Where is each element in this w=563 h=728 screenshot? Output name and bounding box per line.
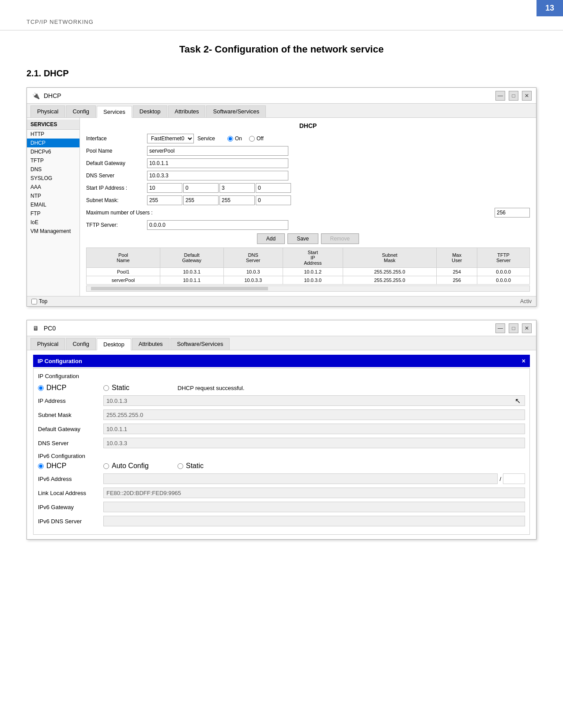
- service-http[interactable]: HTTP: [27, 130, 79, 139]
- link-local-input[interactable]: [103, 488, 525, 498]
- default-gateway-input[interactable]: [147, 158, 288, 168]
- tftp-server-input[interactable]: [147, 220, 288, 230]
- dhcp-maximize-button[interactable]: □: [509, 91, 518, 101]
- tab-software-services[interactable]: Software/Services: [206, 105, 266, 117]
- ipv6-autoconfig-label: Auto Config: [112, 462, 149, 470]
- service-on-input[interactable]: [227, 136, 233, 142]
- tab-physical[interactable]: Physical: [30, 105, 65, 117]
- start-ip-octet4[interactable]: [256, 183, 291, 193]
- ipv6-dhcp-radio[interactable]: DHCP: [38, 462, 100, 470]
- service-aaa[interactable]: AAA: [27, 183, 79, 191]
- service-dhcpv6[interactable]: DHCPv6: [27, 147, 79, 156]
- top-checkbox-input[interactable]: [31, 299, 37, 304]
- ipv6-static-radio[interactable]: Static: [178, 462, 204, 470]
- service-syslog[interactable]: SYSLOG: [27, 174, 79, 183]
- service-on-radio[interactable]: On: [227, 135, 242, 142]
- services-panel: SERVICES HTTP DHCP DHCPv6 TFTP DNS SYSLO…: [27, 118, 80, 296]
- pc0-window-title: 🖥 PC0: [31, 324, 56, 333]
- pool-name-row: Pool Name: [86, 146, 530, 156]
- ipv6-dns-row: IPv6 DNS Server: [38, 516, 525, 526]
- pc0-tab-config[interactable]: Config: [66, 338, 96, 350]
- ipv6-gateway-row: IPv6 Gateway: [38, 502, 525, 512]
- pc0-close-button[interactable]: ✕: [522, 323, 532, 333]
- table-row: serverPool 10.0.1.1 10.0.3.3 10.0.3.0 25…: [87, 276, 530, 285]
- horizontal-scrollbar[interactable]: [86, 285, 530, 292]
- add-button[interactable]: Add: [257, 233, 285, 244]
- remove-button[interactable]: Remove: [321, 233, 359, 244]
- pc0-tab-physical[interactable]: Physical: [30, 338, 65, 350]
- static-radio-input[interactable]: [103, 385, 109, 391]
- service-vm-management[interactable]: VM Management: [27, 227, 79, 236]
- subnet-mask-octet2[interactable]: [183, 195, 219, 205]
- tab-services[interactable]: Services: [97, 106, 132, 118]
- ipv6-dns-input[interactable]: [103, 516, 525, 526]
- ip-config-close-button[interactable]: ×: [522, 357, 525, 364]
- tab-attributes[interactable]: Attributes: [168, 105, 206, 117]
- service-ftp[interactable]: FTP: [27, 209, 79, 218]
- ipv6-autoconfig-radio[interactable]: Auto Config: [103, 462, 174, 470]
- tab-config[interactable]: Config: [66, 105, 96, 117]
- ipv6-gateway-input[interactable]: [103, 502, 525, 512]
- ipv6-address-row: IPv6 Address /: [38, 473, 525, 484]
- max-users-row: Maximum number of Users :: [86, 208, 530, 218]
- dns-server-input[interactable]: [147, 171, 288, 180]
- subnet-mask-octet3[interactable]: [219, 195, 255, 205]
- top-checkbox[interactable]: Top: [31, 298, 47, 304]
- subnet-mask-octet4[interactable]: [256, 195, 291, 205]
- service-off-input[interactable]: [249, 136, 255, 142]
- service-tftp[interactable]: TFTP: [27, 156, 79, 165]
- default-gateway-pc-input[interactable]: [103, 424, 525, 434]
- pc0-icon: 🖥: [31, 324, 40, 333]
- dhcp-content: SERVICES HTTP DHCP DHCPv6 TFTP DNS SYSLO…: [27, 118, 536, 296]
- dhcp-window-controls[interactable]: — □ ✕: [495, 91, 532, 101]
- pc0-content: IP Configuration × IP Configuration DHCP: [27, 350, 536, 539]
- pc0-tab-software-services[interactable]: Software/Services: [170, 338, 230, 350]
- ip-address-row: IP Address ↖: [38, 395, 525, 406]
- dhcp-close-button[interactable]: ✕: [522, 91, 532, 101]
- service-email[interactable]: EMAIL: [27, 200, 79, 209]
- ipv6-static-input[interactable]: [178, 463, 183, 469]
- service-dhcp[interactable]: DHCP: [27, 139, 79, 147]
- pc0-minimize-button[interactable]: —: [495, 323, 505, 333]
- pool-name-input[interactable]: [147, 146, 288, 156]
- start-ip-octet2[interactable]: [183, 183, 219, 193]
- interface-row: Interface FastEthernet0 Service On Off: [86, 134, 530, 143]
- ipv6-dhcp-input[interactable]: [38, 463, 44, 469]
- max-users-label: Maximum number of Users :: [86, 210, 153, 216]
- pc0-tab-attributes[interactable]: Attributes: [132, 338, 170, 350]
- ip-static-radio[interactable]: Static: [103, 384, 174, 392]
- pc0-maximize-button[interactable]: □: [509, 323, 518, 333]
- ip-dhcp-radio[interactable]: DHCP: [38, 384, 100, 392]
- ip-address-input[interactable]: [103, 395, 525, 406]
- row1-subnet-mask: 255.255.255.0: [343, 268, 436, 276]
- service-off-radio[interactable]: Off: [249, 135, 264, 142]
- dns-server-pc-input[interactable]: [103, 438, 525, 448]
- ipv6-address-input[interactable]: [103, 473, 498, 484]
- save-button[interactable]: Save: [287, 233, 318, 244]
- dns-server-label: DNS Server: [86, 173, 144, 179]
- tab-desktop[interactable]: Desktop: [133, 105, 167, 117]
- interface-select[interactable]: FastEthernet0: [147, 134, 194, 143]
- pc0-titlebar: 🖥 PC0 — □ ✕: [27, 320, 536, 336]
- dhcp-radio-input[interactable]: [38, 385, 44, 391]
- subnet-mask-pc-input[interactable]: [103, 409, 525, 420]
- start-ip-octet3[interactable]: [219, 183, 255, 193]
- subnet-mask-pc-row: Subnet Mask: [38, 409, 525, 420]
- service-ioe[interactable]: IoE: [27, 218, 79, 227]
- pc0-window-controls[interactable]: — □ ✕: [495, 323, 532, 333]
- ipv6-prefix-input[interactable]: [503, 473, 525, 484]
- page-header: TCP/IP NETWORKING: [0, 0, 563, 30]
- ipv6-autoconfig-input[interactable]: [103, 463, 109, 469]
- row2-max-user: 256: [436, 276, 477, 285]
- subnet-mask-octet1[interactable]: [147, 195, 182, 205]
- max-users-input[interactable]: [495, 208, 530, 218]
- dhcp-minimize-button[interactable]: —: [495, 91, 505, 101]
- tftp-server-row: TFTP Server:: [86, 220, 530, 230]
- dns-server-pc-row: DNS Server: [38, 438, 525, 448]
- activ-label: Activ: [520, 298, 532, 304]
- service-dns[interactable]: DNS: [27, 165, 79, 174]
- service-ntp[interactable]: NTP: [27, 191, 79, 200]
- start-ip-octet1[interactable]: [147, 183, 182, 193]
- pc0-window: 🖥 PC0 — □ ✕ Physical Config Desktop Attr…: [26, 320, 537, 540]
- pc0-tab-desktop[interactable]: Desktop: [97, 338, 131, 350]
